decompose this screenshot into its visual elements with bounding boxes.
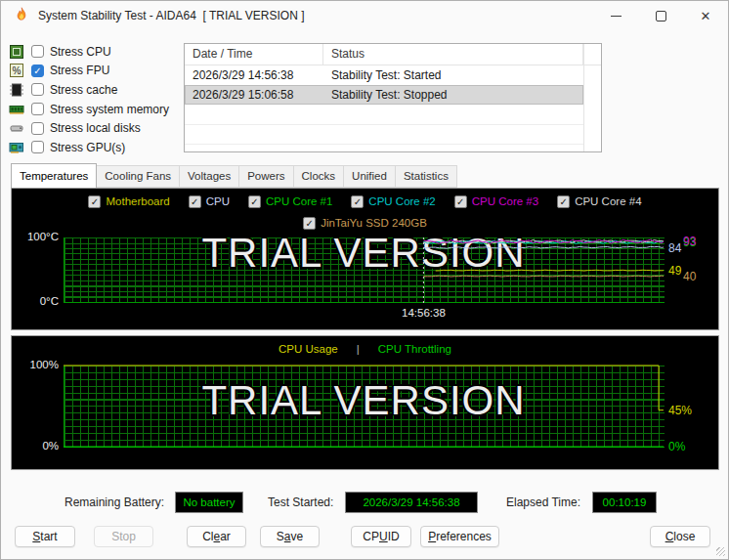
value-label: 93 [683,235,697,248]
chart-title-row: CPU Usage|CPU Throttling [12,340,718,358]
stress-cache-checkbox[interactable] [31,83,44,96]
system-stability-test-window: System Stability Test - AIDA64 [ TRIAL V… [0,0,729,560]
window-controls: ✕ [593,1,728,30]
save-button[interactable]: Save [260,526,320,547]
stress-system-memory-checkbox[interactable] [31,103,44,115]
legend-item-cpu: ✓CPU [189,195,230,208]
cpu-legend-checkbox[interactable]: ✓ [189,195,201,208]
chart-title-part: CPU Usage [279,343,338,355]
cache-icon [9,82,24,98]
tab-cooling-fans[interactable]: Cooling Fans [97,165,180,188]
cpu-core-1-legend-checkbox[interactable]: ✓ [248,195,261,208]
stress-option-label: Stress local disks [50,121,141,135]
tab-powers[interactable]: Powers [239,165,293,188]
legend-label: CPU Core #1 [266,195,332,207]
stress-fpu-checkbox[interactable]: ✓ [31,65,44,77]
stress-option-row: Stress cache [9,80,169,100]
y-axis-label: 100% [13,358,59,371]
start-button[interactable]: Start [15,526,75,547]
stress-options-list: Stress CPU%✓Stress FPUStress cacheStress… [9,42,169,157]
test-started-value-box: 2026/3/29 14:56:38 [345,492,478,513]
resize-grip[interactable] [716,547,725,556]
legend-item-cpu-core-4: ✓CPU Core #4 [557,195,641,208]
chart-title-part: | [357,343,360,355]
column-header-status[interactable]: Status [323,44,583,65]
tab-temperatures[interactable]: Temperatures [11,163,97,188]
log-table-empty-row [185,105,583,125]
fpu-icon: % [9,63,24,78]
jintaiyu-ssd-240gb-legend-checkbox[interactable]: ✓ [303,217,316,230]
tab-bar: TemperaturesCooling FansVoltagesPowersCl… [11,164,457,188]
log-datetime-cell: 2026/3/29 15:06:58 [185,85,323,105]
log-datetime-cell: 2026/3/29 14:56:38 [185,65,323,85]
log-status-cell: Stability Test: Stopped [323,85,583,105]
legend-item-cpu-core-2: ✓CPU Core #2 [351,195,435,208]
log-status-cell: Stability Test: Started [323,65,583,85]
stress-option-label: Stress FPU [50,64,109,77]
legend-label: JinTaiYu SSD 240GB [321,217,427,229]
stress-option-label: Stress system memory [50,103,169,116]
maximize-icon [656,11,666,22]
value-label: 40 [683,270,697,283]
log-table-row[interactable]: 2026/3/29 14:56:38Stability Test: Starte… [185,65,583,85]
y-axis-label: 0°C [13,294,59,308]
table-column-edge [583,44,584,151]
tab-clocks[interactable]: Clocks [294,165,345,188]
gpu-icon [9,140,24,155]
event-log-table[interactable]: Date / TimeStatus2026/3/29 14:56:38Stabi… [184,43,602,152]
svg-text:%: % [13,65,21,76]
title-bar: System Stability Test - AIDA64 [ TRIAL V… [1,1,728,30]
close-button[interactable]: Close [650,526,710,547]
clear-button[interactable]: Clear [187,526,246,547]
elapsed-time-value-box: 00:10:19 [592,492,657,513]
tab-statistics[interactable]: Statistics [396,165,457,188]
temperature-chart-panel: ✓Motherboard✓CPU✓CPU Core #1✓CPU Core #2… [11,188,719,330]
temperatures-2-legend-row: ✓JinTaiYu SSD 240GB [12,214,718,232]
value-label: 0% [668,440,686,453]
close-icon: ✕ [701,10,711,22]
legend-label: CPU Core #3 [472,195,538,207]
stop-button: Stop [94,526,153,547]
stress-option-row: Stress GPU(s) [9,138,169,157]
cpu-core-3-legend-checkbox[interactable]: ✓ [454,195,467,208]
stress-local-disks-checkbox[interactable] [31,122,44,135]
status-value: No battery [183,496,235,508]
y-axis-label: 100°C [13,230,59,243]
cpu-icon [9,44,24,60]
preferences-button[interactable]: Preferences [420,526,499,547]
stress-gpu-s-checkbox[interactable] [31,141,44,153]
log-table-row[interactable]: 2026/3/29 15:06:58Stability Test: Stoppe… [185,85,583,105]
disk-icon [9,120,24,136]
stress-option-label: Stress CPU [50,45,111,59]
log-table-empty-row [185,125,583,146]
svg-text:14:56:38: 14:56:38 [402,307,446,319]
memory-icon [9,102,24,117]
minimize-icon [611,16,622,17]
flame-icon [14,7,29,25]
stress-cpu-checkbox[interactable] [31,45,44,58]
value-label: 49 [668,264,682,278]
legend-item-cpu-core-1: ✓CPU Core #1 [248,195,332,208]
elapsed-time-label: Elapsed Time: [506,493,580,513]
chart-title-part: CPU Throttling [378,343,451,355]
close-button[interactable]: ✕ [683,1,728,30]
minimize-button[interactable] [593,1,638,30]
maximize-button[interactable] [638,1,683,30]
column-header-datetime[interactable]: Date / Time [185,44,323,65]
cpuid-button[interactable]: CPUID [351,526,411,547]
legend-item-jintaiyu-ssd-240gb: ✓JinTaiYu SSD 240GB [303,217,427,230]
remaining-battery-value-box: No battery [175,492,243,513]
status-value: 00:10:19 [603,496,647,508]
tab-voltages[interactable]: Voltages [180,165,239,188]
window-title: System Stability Test - AIDA64 [ TRIAL V… [38,9,305,22]
stress-option-row: Stress system memory [9,100,169,119]
cpu-core-4-legend-checkbox[interactable]: ✓ [557,195,570,208]
y-axis-label: 0% [13,439,59,452]
table-header-row: Date / TimeStatus [185,44,601,65]
stress-option-label: Stress cache [50,83,117,97]
cpu-usage-chart-panel: CPU Usage|CPU Throttling100%0%TRIAL VERS… [11,335,719,470]
motherboard-legend-checkbox[interactable]: ✓ [88,195,101,208]
tab-unified[interactable]: Unified [344,165,396,188]
cpu-core-2-legend-checkbox[interactable]: ✓ [351,195,364,208]
stress-option-row: %✓Stress FPU [9,62,169,81]
